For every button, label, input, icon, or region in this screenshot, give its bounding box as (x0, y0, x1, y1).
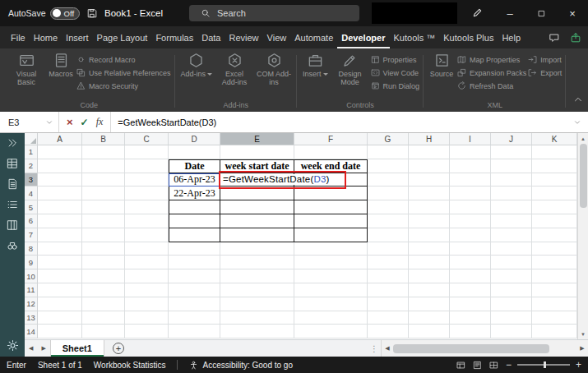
scroll-up-icon[interactable]: ▲ (578, 133, 588, 144)
row-header-14[interactable]: 14 (25, 325, 38, 338)
cell-B1[interactable] (82, 145, 125, 159)
add-sheet-button[interactable]: + (113, 343, 124, 354)
cell-K3[interactable] (532, 173, 577, 187)
cell-F14[interactable] (294, 325, 368, 338)
cell-G14[interactable] (368, 325, 409, 338)
cell-A14[interactable] (38, 325, 82, 338)
prev-sheet-icon[interactable]: ◀ (25, 345, 37, 352)
cell-A4[interactable] (38, 186, 82, 200)
cell-H3[interactable] (409, 173, 450, 187)
cell-J1[interactable] (491, 145, 532, 159)
row-header-11[interactable]: 11 (25, 283, 38, 297)
row-header-6[interactable]: 6 (25, 214, 38, 228)
cell-F13[interactable] (294, 311, 368, 325)
cell-B9[interactable] (82, 256, 125, 269)
ribbon-tab-kutools[interactable]: Kutools ™ (390, 26, 440, 48)
cell-B4[interactable] (82, 186, 125, 200)
cell-E6[interactable] (220, 214, 294, 228)
cell-F7[interactable] (294, 228, 368, 242)
cell-A2[interactable] (38, 159, 82, 173)
cell-A7[interactable] (38, 228, 82, 242)
cell-E13[interactable] (220, 311, 294, 325)
cell-F12[interactable] (294, 297, 368, 311)
cell-I13[interactable] (450, 311, 491, 325)
row-header-4[interactable]: 4 (25, 186, 38, 200)
cell-B3[interactable] (82, 173, 125, 187)
ribbon-tab-developer[interactable]: Developer (337, 26, 389, 48)
vertical-scrollbar[interactable]: ▲ ▼ (577, 133, 588, 339)
cell-D1[interactable] (169, 145, 220, 159)
name-box[interactable]: E3 (0, 112, 59, 132)
cell-E14[interactable] (220, 325, 294, 338)
tab-scroll-splitter[interactable]: ⋮ (368, 344, 381, 353)
record-macro-button[interactable]: Record Macro (76, 55, 171, 64)
cell-E3[interactable]: =GetWeekStartDate(D3) (220, 173, 294, 187)
cell-D11[interactable] (169, 283, 220, 297)
cell-B14[interactable] (82, 325, 125, 338)
cell-D3[interactable]: 06-Apr-23 (169, 173, 220, 187)
scroll-down-icon[interactable]: ▼ (578, 329, 588, 339)
cell-edit-text[interactable]: =GetWeekStartDate(D3) (221, 174, 331, 185)
zoom-slider[interactable] (517, 364, 570, 366)
cell-J3[interactable] (491, 173, 532, 187)
ribbon-tab-file[interactable]: File (7, 26, 30, 48)
cell-G9[interactable] (368, 256, 409, 269)
view-grid-icon[interactable] (7, 158, 18, 169)
view-code-button[interactable]: View Code (371, 68, 420, 77)
cell-F2[interactable]: week end date (294, 159, 368, 173)
cell-K8[interactable] (532, 242, 577, 256)
cell-D6[interactable] (169, 214, 220, 228)
ribbon-tab-kutools-plus[interactable]: Kutools Plus (439, 26, 498, 48)
cell-I14[interactable] (450, 325, 491, 338)
cell-J14[interactable] (491, 325, 532, 338)
macros-button[interactable]: Macros (47, 50, 75, 78)
column-header-E[interactable]: E (220, 133, 294, 145)
cell-D8[interactable] (169, 242, 220, 256)
share-icon[interactable] (570, 32, 581, 44)
cell-D14[interactable] (169, 325, 220, 338)
cell-J10[interactable] (491, 269, 532, 283)
cell-C14[interactable] (125, 325, 169, 338)
cell-B8[interactable] (82, 242, 125, 256)
cell-A11[interactable] (38, 283, 82, 297)
cell-E4[interactable] (220, 186, 294, 200)
cell-G13[interactable] (368, 311, 409, 325)
cell-J9[interactable] (491, 256, 532, 269)
excel-add-ins-button[interactable]: Excel Add-ins (215, 50, 253, 86)
insert-button[interactable]: Insert (301, 50, 330, 78)
cell-A3[interactable] (38, 173, 82, 187)
cell-G11[interactable] (368, 283, 409, 297)
cell-I1[interactable] (450, 145, 491, 159)
cell-J4[interactable] (491, 186, 532, 200)
cell-D2[interactable]: Date (169, 159, 220, 173)
cell-I10[interactable] (450, 269, 491, 283)
zoom-in-icon[interactable]: + (576, 359, 581, 371)
cell-J6[interactable] (491, 214, 532, 228)
cell-F6[interactable] (294, 214, 368, 228)
cell-F4[interactable] (294, 186, 368, 200)
cell-B10[interactable] (82, 269, 125, 283)
autosave-toggle[interactable]: Off (50, 7, 81, 20)
cell-G8[interactable] (368, 242, 409, 256)
cell-K13[interactable] (532, 311, 577, 325)
row-header-12[interactable]: 12 (25, 297, 38, 311)
properties-button[interactable]: Properties (371, 55, 420, 64)
zoom-out-icon[interactable]: − (506, 359, 512, 371)
view-page-break-icon[interactable] (489, 361, 498, 370)
maximize-button[interactable] (525, 0, 557, 26)
cancel-icon[interactable]: × (67, 116, 73, 128)
cell-B2[interactable] (82, 159, 125, 173)
gear-icon[interactable] (7, 339, 19, 352)
zoom-slider-thumb[interactable] (544, 361, 546, 368)
view-page-layout-icon[interactable] (473, 361, 482, 370)
close-button[interactable]: × (557, 0, 588, 26)
cell-K2[interactable] (532, 159, 577, 173)
cell-K7[interactable] (532, 228, 577, 242)
cell-K9[interactable] (532, 256, 577, 269)
cell-A9[interactable] (38, 256, 82, 269)
cell-K11[interactable] (532, 283, 577, 297)
cell-C7[interactable] (125, 228, 169, 242)
cell-J5[interactable] (491, 200, 532, 214)
save-icon[interactable] (86, 7, 98, 19)
cell-E10[interactable] (220, 269, 294, 283)
